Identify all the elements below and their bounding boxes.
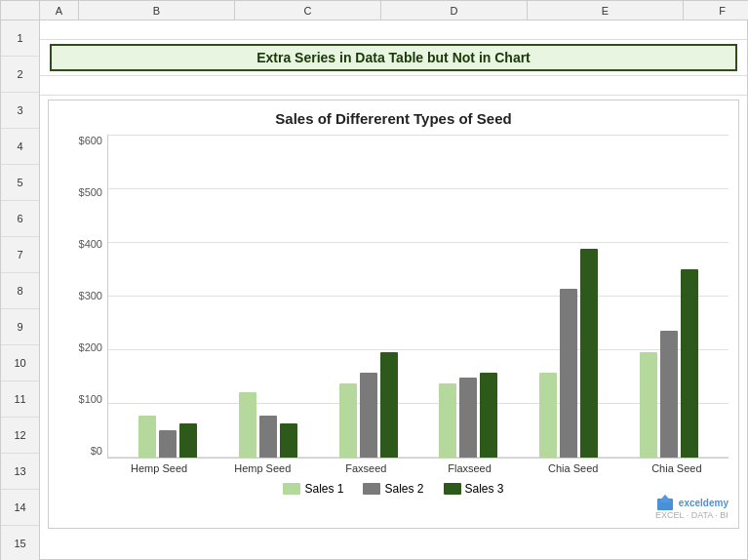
- bar-sales3-4: [580, 249, 598, 459]
- row-2: Extra Series in Data Table but Not in Ch…: [40, 40, 747, 76]
- col-header-F: F: [684, 1, 748, 20]
- bar-group-4: [539, 249, 598, 459]
- col-header-D: D: [381, 1, 528, 20]
- x-label-5: Chia Seed: [638, 462, 716, 474]
- y-label: $400: [59, 238, 107, 250]
- chart-container: Sales of Differerent Types of Seed $0$10…: [48, 100, 739, 529]
- bar-sales1-2: [339, 383, 357, 458]
- row-num-5: 5: [1, 165, 39, 201]
- x-label-3: Flaxseed: [431, 462, 509, 474]
- row-num-13: 13: [1, 454, 39, 490]
- legend-box: [283, 483, 300, 495]
- bar-sales1-5: [640, 352, 657, 458]
- row-num-7: 7: [1, 237, 39, 273]
- row-num-2: 2: [1, 57, 39, 93]
- row-num-4: 4: [1, 129, 39, 165]
- y-axis: $0$100$200$300$400$500$600: [59, 135, 107, 459]
- bar-sales1-4: [539, 373, 557, 458]
- y-label: $500: [59, 186, 107, 198]
- bar-group-0: [138, 416, 197, 458]
- chart-area: $0$100$200$300$400$500$600 Hemp SeedHemp…: [59, 135, 728, 496]
- bars-area: [107, 135, 728, 459]
- chart-title: Sales of Differerent Types of Seed: [59, 110, 728, 127]
- bar-group-2: [339, 352, 398, 458]
- corner-header: [1, 1, 40, 20]
- bar-sales3-2: [380, 352, 398, 458]
- col-header-C: C: [235, 1, 381, 20]
- row-numbers: 123456789101112131415: [1, 20, 40, 560]
- bar-sales2-0: [159, 430, 177, 458]
- col-header-E: E: [528, 1, 684, 20]
- watermark-tagline: EXCEL · DATA · BI: [655, 510, 728, 520]
- row-num-8: 8: [1, 273, 39, 309]
- legend-label: Sales 1: [304, 482, 343, 496]
- x-label-4: Chia Seed: [534, 462, 612, 474]
- legend-item-sales3: Sales 3: [444, 482, 504, 496]
- row-num-11: 11: [1, 381, 39, 418]
- x-axis-labels: Hemp SeedHemp SeedFaxseedFlaxseedChia Se…: [59, 459, 728, 474]
- x-label-1: Hemp Seed: [223, 462, 301, 474]
- row-num-15: 15: [1, 526, 39, 560]
- legend-box: [363, 483, 380, 495]
- row-1: [40, 20, 747, 40]
- row-3: [40, 76, 747, 96]
- bar-groups: [108, 135, 728, 458]
- y-label: $200: [59, 341, 107, 353]
- bar-sales1-0: [138, 416, 156, 458]
- chart-legend: Sales 1Sales 2Sales 3: [59, 482, 728, 496]
- x-label-0: Hemp Seed: [120, 462, 198, 474]
- col-header-B: B: [79, 1, 235, 20]
- bar-sales3-1: [280, 423, 297, 458]
- spreadsheet-body: 123456789101112131415 Extra Series in Da…: [1, 20, 747, 560]
- spreadsheet: ABCDEF 123456789101112131415 Extra Serie…: [0, 0, 748, 560]
- bar-sales2-4: [560, 289, 577, 458]
- bar-group-1: [239, 392, 297, 458]
- bar-sales1-3: [439, 383, 456, 458]
- bar-group-5: [640, 269, 698, 458]
- bar-group-3: [439, 373, 497, 458]
- row-num-1: 1: [1, 20, 39, 57]
- watermark: exceldemy EXCEL · DATA · BI: [655, 495, 728, 520]
- watermark-icon: [655, 495, 675, 510]
- row-num-10: 10: [1, 345, 39, 381]
- row-num-12: 12: [1, 418, 39, 454]
- chart-plot: $0$100$200$300$400$500$600: [59, 135, 728, 459]
- row-num-9: 9: [1, 309, 39, 345]
- legend-item-sales1: Sales 1: [283, 482, 343, 496]
- bar-sales2-5: [660, 331, 678, 458]
- watermark-name: exceldemy: [679, 498, 728, 508]
- bar-sales2-3: [459, 378, 477, 458]
- legend-box: [444, 483, 461, 495]
- row-num-3: 3: [1, 93, 39, 129]
- legend-label: Sales 3: [465, 482, 504, 496]
- col-header-A: A: [40, 1, 79, 20]
- bar-sales2-2: [360, 373, 377, 458]
- y-label: $100: [59, 393, 107, 405]
- bar-sales3-0: [179, 423, 197, 458]
- col-headers: ABCDEF: [1, 1, 747, 20]
- row-num-6: 6: [1, 201, 39, 237]
- y-label: $600: [59, 135, 107, 146]
- y-label: $0: [59, 445, 107, 457]
- bar-sales1-1: [239, 392, 256, 458]
- x-label-2: Faxseed: [327, 462, 405, 474]
- bar-sales2-1: [259, 416, 277, 458]
- y-label: $300: [59, 290, 107, 301]
- grid-content: Extra Series in Data Table but Not in Ch…: [40, 20, 747, 560]
- bar-sales3-3: [480, 373, 497, 458]
- row-num-14: 14: [1, 490, 39, 526]
- title-banner: Extra Series in Data Table but Not in Ch…: [50, 44, 737, 71]
- bar-sales3-5: [681, 269, 698, 458]
- legend-item-sales2: Sales 2: [363, 482, 423, 496]
- legend-label: Sales 2: [384, 482, 423, 496]
